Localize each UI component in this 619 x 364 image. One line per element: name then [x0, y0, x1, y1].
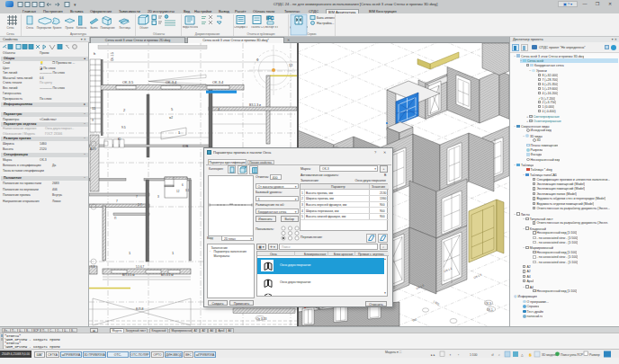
svg-text:△: △ — [521, 353, 524, 357]
svg-text:7: 7 — [116, 200, 118, 203]
svg-text:IFC: IFC — [266, 15, 274, 21]
svg-text:5.5: 5.5 — [91, 265, 95, 269]
svg-text:2.7: 2.7 — [138, 203, 142, 207]
svg-text:⌕: ⌕ — [498, 353, 500, 357]
svg-text:Настройка...: Настройка... — [317, 22, 335, 25]
svg-text:ВЗ-1.3 и: ВЗ-1.3 и — [249, 103, 261, 107]
svg-text:▸ ▸: ▸ ▸ — [431, 353, 435, 357]
svg-text:БП-3.5 м: БП-3.5 м — [161, 273, 174, 277]
svg-text:▪: ▪ — [458, 353, 459, 357]
svg-text:9.5: 9.5 — [121, 126, 126, 129]
svg-text:12: 12 — [289, 64, 292, 67]
svg-text:3D модель: 3D модель — [542, 353, 557, 357]
svg-text:✋: ✋ — [528, 352, 533, 357]
svg-text:БП-3.5 м: БП-3.5 м — [122, 273, 135, 277]
svg-text:А/2Л: А/2Л — [90, 147, 96, 151]
svg-text:7: 7 — [136, 195, 138, 199]
svg-text:Поиск узла: Поиск узла — [561, 353, 577, 357]
svg-text:✦: ✦ — [449, 353, 452, 357]
svg-text:▾: ▾ — [74, 2, 76, 7]
svg-text:8-П-8: 8-П-8 — [136, 307, 144, 311]
svg-text:База элементов: База элементов — [317, 16, 335, 20]
svg-text:3.1: 3.1 — [185, 189, 190, 192]
svg-text:5.5: 5.5 — [136, 265, 140, 269]
svg-text:ОК-3.5: ОК-3.5 — [122, 80, 134, 84]
svg-text:↺: ↺ — [491, 353, 494, 357]
svg-text:КУВ: КУВ — [183, 145, 189, 148]
svg-text:Ф: Ф — [256, 58, 259, 62]
svg-text:1:100: 1:100 — [470, 353, 478, 357]
svg-text:Размер: Размер — [589, 353, 600, 357]
svg-text:ОК-3.4: ОК-3.4 — [166, 80, 177, 84]
svg-text:ОК-1.5: ОК-1.5 — [111, 52, 114, 61]
svg-text:ОК-3: ОК-3 — [485, 302, 491, 306]
svg-text:ОК-3.4: ОК-3.4 — [212, 80, 224, 84]
svg-text:ж2: ж2 — [169, 116, 173, 120]
svg-text:12: 12 — [176, 190, 180, 193]
svg-text:ЛСР: ЛСР — [577, 353, 584, 357]
svg-text:6.7: 6.7 — [140, 265, 145, 269]
svg-text:3: 3 — [157, 195, 159, 199]
svg-text:ОК-1: ОК-1 — [487, 308, 493, 312]
